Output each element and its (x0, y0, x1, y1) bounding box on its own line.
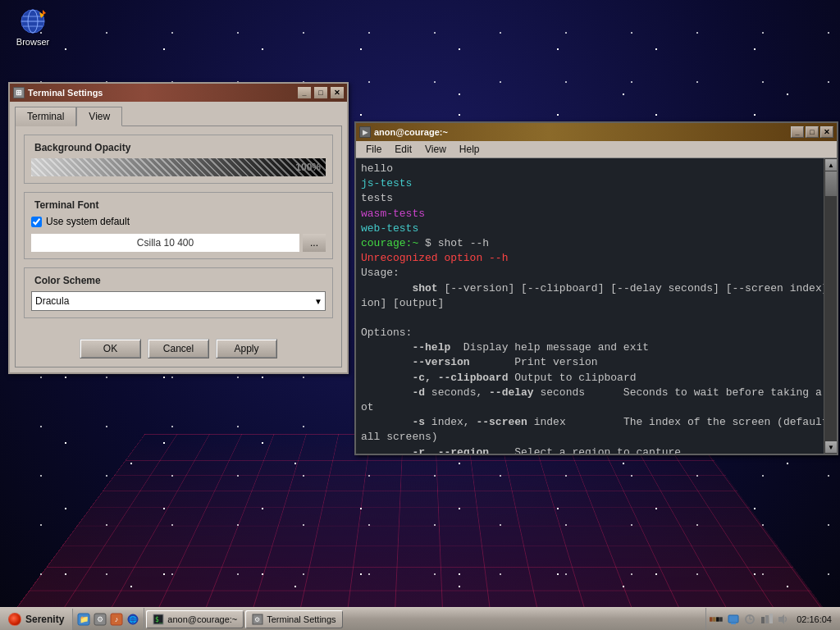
taskbar-btn-terminal-settings[interactable]: ⚙ Terminal Settings (245, 610, 342, 628)
svg-text:♪: ♪ (115, 615, 119, 623)
svg-rect-21 (713, 617, 716, 621)
opacity-value: 100% (295, 162, 321, 173)
start-button[interactable]: Serenity (0, 609, 73, 630)
svg-rect-25 (731, 623, 736, 624)
terminal-line: tests (361, 191, 819, 206)
terminal-line: wasm-tests (361, 207, 819, 221)
color-scheme-group: Color Scheme Dracula Default Dark Light … (24, 267, 333, 318)
terminal-titlebar-buttons: _ □ ✕ (791, 126, 833, 138)
ql-icon-3[interactable]: ♪ (109, 612, 124, 627)
terminal-line: Options: (361, 326, 819, 340)
terminal-menu-help[interactable]: Help (453, 143, 486, 156)
opacity-slider-thumb (31, 158, 326, 176)
font-picker-row: Csilla 10 400 ... (31, 234, 326, 252)
ql-icon-1[interactable]: 📁 (76, 612, 91, 627)
desktop-icon-browser[interactable]: Browser (8, 8, 57, 47)
terminal-body-wrapper: hello js-tests tests wasm-tests web-test… (356, 158, 837, 454)
cancel-button[interactable]: Cancel (148, 339, 209, 358)
color-scheme-select[interactable]: Dracula Default Dark Light Solarized Mon… (31, 291, 326, 311)
terminal-btn-icon: $_ (153, 614, 164, 625)
tray-icon-network[interactable] (759, 612, 774, 627)
scrollbar-up-button[interactable]: ▲ (825, 159, 837, 171)
terminal-line: js-tests (361, 176, 819, 191)
browser-icon (20, 8, 46, 34)
font-browse-button[interactable]: ... (303, 234, 326, 252)
terminal-menu-file[interactable]: File (359, 143, 388, 156)
tab-view-content: Background Opacity 100% Terminal Font Us… (15, 126, 342, 368)
tray-icon-volume[interactable] (775, 612, 790, 627)
svg-point-1 (21, 10, 44, 33)
terminal-font-group: Terminal Font Use system default Csilla … (24, 192, 333, 259)
terminal-line (361, 311, 819, 326)
terminal-settings-window: ⊞ Terminal Settings _ □ ✕ Terminal View … (8, 82, 349, 374)
maximize-button[interactable]: □ (314, 87, 327, 98)
use-system-default-checkbox[interactable] (31, 217, 42, 227)
terminal-font-label: Terminal Font (31, 199, 102, 211)
background-opacity-group: Background Opacity 100% (24, 135, 333, 184)
terminal-settings-title-icon: ⊞ (13, 87, 25, 98)
start-label: Serenity (25, 614, 64, 625)
system-tray: 02:16:04 (705, 608, 840, 630)
svg-marker-32 (778, 614, 784, 624)
terminal-line: --help Display help message and exit (361, 340, 819, 355)
close-button[interactable]: ✕ (331, 87, 344, 98)
terminal-menubar: File Edit View Help (356, 141, 837, 158)
svg-rect-23 (719, 617, 723, 621)
terminal-title: anon@courage:~ (374, 127, 448, 137)
minimize-button[interactable]: _ (298, 87, 311, 98)
svg-rect-24 (728, 615, 738, 623)
ql-icon-4[interactable]: 🌐 (126, 612, 140, 627)
svg-point-2 (28, 10, 38, 33)
taskbar: Serenity 📁 ⚙ ♪ (0, 607, 840, 630)
ok-button[interactable]: OK (80, 339, 141, 358)
terminal-line: -d seconds, --delay seconds Seconds to w… (361, 386, 819, 400)
svg-text:⚙: ⚙ (97, 615, 103, 623)
use-system-default-row: Use system default (31, 216, 326, 227)
opacity-slider[interactable]: 100% (31, 158, 326, 176)
font-picker: Csilla 10 400 ... (31, 234, 326, 252)
svg-rect-30 (765, 615, 769, 623)
terminal-line: ion] [output] (361, 296, 819, 311)
svg-rect-20 (710, 617, 713, 621)
terminal-menu-view[interactable]: View (418, 143, 453, 156)
terminal-line: ot (361, 400, 819, 415)
tab-terminal[interactable]: Terminal (15, 107, 76, 126)
terminal-minimize-button[interactable]: _ (791, 126, 804, 138)
terminal-settings-btn-icon: ⚙ (252, 614, 263, 625)
tab-bar: Terminal View (15, 107, 342, 126)
terminal-line: hello (361, 162, 819, 176)
terminal-line: Usage: (361, 266, 819, 281)
desktop: Browser ⊞ Terminal Settings _ □ ✕ Termin… (0, 0, 840, 630)
svg-marker-6 (39, 12, 44, 18)
terminal-scrollbar[interactable]: ▲ ▼ (824, 158, 837, 454)
apply-button[interactable]: Apply (216, 339, 277, 358)
taskbar-window-buttons: $_ anon@courage:~ ⚙ Terminal Settings (144, 608, 705, 630)
ql-icon-2[interactable]: ⚙ (93, 612, 107, 627)
terminal-line: web-tests (361, 221, 819, 236)
terminal-window: ▶ anon@courage:~ _ □ ✕ File Edit View He… (354, 121, 838, 455)
tray-icon-2[interactable] (742, 612, 757, 627)
taskbar-btn-terminal[interactable]: $_ anon@courage:~ (146, 610, 244, 628)
svg-text:🌐: 🌐 (129, 615, 137, 623)
tab-view[interactable]: View (76, 107, 122, 126)
browser-icon-label: Browser (16, 37, 49, 47)
terminal-title-icon: ▶ (359, 126, 371, 138)
terminal-maximize-button[interactable]: □ (806, 126, 819, 138)
font-display: Csilla 10 400 (31, 234, 299, 252)
terminal-line: Unrecognized option --h (361, 251, 819, 266)
background-opacity-label: Background Opacity (31, 142, 134, 153)
terminal-menu-edit[interactable]: Edit (388, 143, 418, 156)
serenity-logo-icon (8, 613, 21, 626)
svg-rect-29 (761, 617, 765, 623)
svg-marker-7 (43, 10, 46, 15)
terminal-close-button[interactable]: ✕ (820, 126, 833, 138)
scrollbar-down-button[interactable]: ▼ (824, 441, 838, 454)
terminal-titlebar: ▶ anon@courage:~ _ □ ✕ (356, 123, 837, 141)
use-system-default-label: Use system default (46, 216, 130, 227)
terminal-line: courage:~ $ shot --h (361, 236, 819, 251)
svg-text:$_: $_ (155, 616, 163, 623)
terminal-body[interactable]: hello js-tests tests wasm-tests web-test… (356, 158, 824, 454)
scrollbar-thumb[interactable] (825, 171, 837, 196)
color-scheme-select-wrapper: Dracula Default Dark Light Solarized Mon… (31, 291, 326, 311)
tray-icon-1[interactable] (726, 612, 741, 627)
